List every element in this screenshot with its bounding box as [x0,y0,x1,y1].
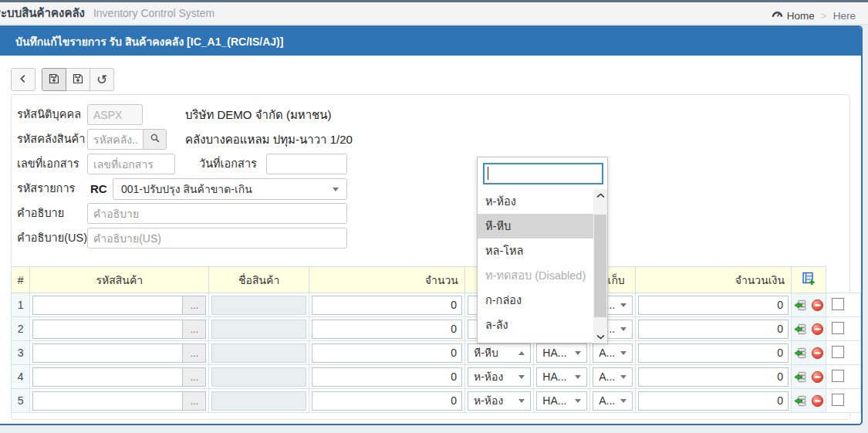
undo-icon: ↺ [96,73,107,86]
location-select[interactable]: A... [593,367,633,387]
trans-type-select[interactable]: 001-ปรับปรุง สินค้าขาด-เกิน [113,178,347,200]
delete-row-icon[interactable] [811,347,824,360]
row-select-checkbox[interactable] [832,394,844,406]
delete-row-icon[interactable] [811,370,824,384]
unit-option[interactable]: ก-กล่อง [478,288,594,313]
warehouse-value: HA... [542,347,575,359]
warehouse-select[interactable]: HA... [536,343,587,363]
location-value: A... [599,370,620,383]
chevron-down-icon [575,399,581,403]
product-name-field [211,367,306,387]
amount-input[interactable] [638,391,789,411]
trans-type-label: รหัสรายการ [17,178,75,199]
doc-no-label: เลขที่เอกสาร [17,154,79,174]
screen: ระบบสินค้าคงคลัง Inventory Control Syste… [0,0,868,433]
row-no: 3 [12,341,30,365]
unit-option[interactable]: หล-โหล [478,238,594,263]
warehouse-value: HA... [542,370,575,383]
quantity-input[interactable] [312,320,462,339]
product-name-field [211,296,306,315]
entity-code-label: รหัสนิติบุคคล [17,104,81,125]
delete-row-icon[interactable] [811,299,824,312]
product-code-input[interactable] [32,367,183,387]
page-header: บันทึกแก้ไขรายการ รับ สินค้าคงคลัง [IC_A… [0,27,861,56]
location-select[interactable]: A... [593,343,633,363]
doc-date-field[interactable] [266,154,347,174]
unit-value: ห-ห้อง [474,368,518,385]
entity-name-text: บริษัท DEMO จำกัด (มหาชน) [185,104,332,125]
col-row-no: # [12,267,30,293]
unit-option[interactable]: ห-ห้อง [478,189,594,214]
col-product-name: ชื่อสินค้า [209,267,309,293]
product-code-input[interactable] [32,343,183,363]
save-new-button[interactable] [66,68,90,91]
quantity-input[interactable] [312,367,462,387]
insert-detail-icon[interactable] [794,299,807,312]
warehouse-select[interactable]: HA... [536,391,587,411]
product-browse-button[interactable]: ... [183,296,206,315]
amount-input[interactable] [638,320,789,339]
insert-detail-icon[interactable] [794,323,807,336]
product-code-input[interactable] [32,296,183,315]
row-select-checkbox[interactable] [832,370,844,382]
toolbar-button-group: ↺ [42,68,114,91]
amount-input[interactable] [638,367,789,387]
scrollbar-thumb[interactable] [594,215,606,317]
doc-no-field[interactable] [87,154,175,174]
system-title-th: ระบบสินค้าคงคลัง [0,4,85,22]
insert-detail-icon[interactable] [794,347,807,360]
chevron-down-icon [620,375,627,379]
description-field[interactable] [87,203,347,224]
unit-option-highlighted[interactable]: หี-หีบ [478,214,594,238]
product-code-input[interactable] [32,391,183,411]
warehouse-search-button[interactable] [143,129,167,150]
amount-input[interactable] [638,343,789,363]
unit-value: ห-ห้อง [474,392,518,409]
row-select-checkbox[interactable] [832,346,844,358]
add-row-icon[interactable] [802,272,816,286]
unit-select[interactable]: ห-ห้อง [468,367,531,387]
insert-detail-icon[interactable] [794,370,807,384]
product-browse-button[interactable]: ... [183,320,206,339]
breadcrumb-home[interactable]: Home [772,8,815,22]
quantity-input[interactable] [312,343,462,363]
row-no: 5 [12,389,30,413]
scroll-up-icon[interactable] [593,189,607,202]
insert-detail-icon[interactable] [794,394,807,408]
search-icon [150,133,160,146]
row-select-checkbox[interactable] [832,322,844,334]
grid-header-row: # รหัสสินค้า ชื่อสินค้า จำนวน คลัง ที่เก… [12,267,861,293]
back-button[interactable] [11,68,35,91]
warehouse-name-text: คลังบางคอแหลม ปทุม-นาวา 1/20 [185,129,353,150]
product-code-input[interactable] [32,320,183,339]
product-browse-button[interactable]: ... [183,391,206,411]
col-amount: จำนวนเงิน [635,267,791,293]
toolbar: ↺ [11,68,114,91]
save-button[interactable] [42,68,66,91]
unit-dropdown-search-input[interactable] [483,163,603,184]
save-new-icon [72,73,84,87]
save-icon [48,73,60,87]
unit-select[interactable]: ห-ห้อง [468,391,531,411]
location-select[interactable]: A... [593,391,633,411]
undo-button[interactable]: ↺ [90,68,114,91]
unit-option[interactable]: ล-ลัง [478,313,594,337]
amount-input[interactable] [638,296,789,315]
warehouse-select[interactable]: HA... [536,367,587,387]
system-title-en: Inventory Control System [93,7,214,19]
chevron-down-icon [518,399,525,403]
description-us-field[interactable] [87,228,347,249]
quantity-input[interactable] [312,296,462,315]
product-browse-button[interactable]: ... [183,343,206,363]
page-title: บันทึกแก้ไขรายการ รับ สินค้าคงคลัง [IC_A… [15,33,283,50]
warehouse-code-field[interactable] [87,129,144,150]
scroll-down-icon[interactable] [593,330,607,343]
unit-select-open[interactable]: หี-หีบ [468,343,531,363]
delete-row-icon[interactable] [811,394,824,408]
product-browse-button[interactable]: ... [183,367,206,387]
row-select-checkbox[interactable] [832,298,844,310]
dropdown-scrollbar[interactable] [593,189,607,343]
quantity-input[interactable] [312,391,462,411]
location-value: A... [599,394,620,407]
delete-row-icon[interactable] [811,323,824,336]
